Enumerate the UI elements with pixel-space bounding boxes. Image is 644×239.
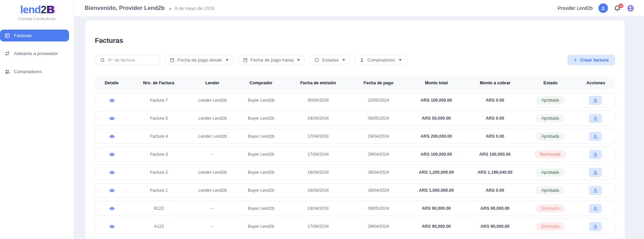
create-invoice-button[interactable]: + Crear factura xyxy=(567,55,615,65)
cell-total-amount: ARS 1,200,000.00 xyxy=(407,170,466,175)
user-avatar[interactable] xyxy=(598,3,608,13)
cell-payment-date: 29/04/2024 xyxy=(350,224,407,229)
cell-payment-date: 10/05/2024 xyxy=(350,98,407,103)
view-detail-button[interactable] xyxy=(108,205,116,212)
cell-invoice-number: Factura 3 xyxy=(129,152,189,157)
cell-issue-date: 24/04/2024 xyxy=(286,206,350,211)
eye-icon xyxy=(109,134,115,139)
table-row: A123--Buyer Lend2b17/04/202429/04/2024AR… xyxy=(95,219,615,234)
notifications-bell-icon[interactable]: 2 xyxy=(614,5,621,12)
calendar-icon xyxy=(243,57,248,63)
view-detail-button[interactable] xyxy=(108,115,116,122)
cell-invoice-number: Factura 1 xyxy=(129,188,189,193)
language-globe-icon[interactable] xyxy=(627,4,634,12)
download-invoice-button[interactable] xyxy=(589,168,602,177)
eye-icon xyxy=(109,98,115,103)
sidebar-item-facturas[interactable]: Facturas xyxy=(0,30,69,41)
invoice-search-input[interactable] xyxy=(108,57,155,63)
create-invoice-label: Crear factura xyxy=(580,57,609,63)
download-icon xyxy=(593,224,598,229)
breadcrumb-separator-icon: » xyxy=(169,5,171,11)
filter-states-dropdown[interactable]: Estados xyxy=(309,55,350,65)
download-icon xyxy=(593,206,598,211)
cell-invoice-number: Factura 5 xyxy=(129,116,189,121)
eye-icon xyxy=(109,116,115,121)
eye-icon xyxy=(109,188,115,193)
cell-lender: Lender Lend2b xyxy=(189,98,236,103)
cell-buyer: Buyer Lend2b xyxy=(236,170,286,175)
cell-total-amount: ARS 50,000.00 xyxy=(407,116,466,121)
column-header: Detalle xyxy=(95,81,129,85)
filter-buyers-dropdown[interactable]: Compradores xyxy=(354,55,407,65)
chevron-down-icon xyxy=(342,59,345,61)
cell-receivable-amount: ARS 100,000.00 xyxy=(465,152,524,157)
column-header: Lender xyxy=(189,81,236,85)
download-icon xyxy=(593,98,598,103)
cell-invoice-number: A123 xyxy=(129,224,189,229)
cell-total-amount: ARS 1,000,000.00 xyxy=(407,188,466,193)
cell-payment-date: 06/05/2024 xyxy=(350,116,407,121)
cell-buyer: Buyer Lend2b xyxy=(236,152,286,157)
view-detail-button[interactable] xyxy=(108,187,116,194)
status-badge: Aprobada xyxy=(536,96,564,104)
view-detail-button[interactable] xyxy=(108,169,116,176)
table-row: Factura 7Lender Lend2bBuyer Lend2b30/04/… xyxy=(95,93,615,108)
cell-buyer: Buyer Lend2b xyxy=(236,224,286,229)
cell-issue-date: 24/04/2024 xyxy=(286,116,350,121)
table-body: Factura 7Lender Lend2bBuyer Lend2b30/04/… xyxy=(95,93,615,234)
view-detail-button[interactable] xyxy=(108,151,116,158)
notification-badge: 2 xyxy=(618,3,623,8)
cell-invoice-number: Factura 4 xyxy=(129,134,189,139)
cell-total-amount: ARS 90,000.00 xyxy=(407,206,466,211)
eye-icon xyxy=(109,152,115,157)
download-icon xyxy=(593,116,598,121)
cell-issue-date: 16/04/2024 xyxy=(286,170,350,175)
eye-icon xyxy=(109,224,115,229)
cell-payment-date: 26/04/2024 xyxy=(350,188,407,193)
filter-label: Compradores xyxy=(367,57,395,63)
main-content: Facturas Fecha de pago desde Fecha de pa… xyxy=(74,16,644,239)
view-detail-button[interactable] xyxy=(108,223,116,230)
view-detail-button[interactable] xyxy=(108,97,116,104)
download-icon xyxy=(593,152,598,157)
cell-total-amount: ARS 100,000.00 xyxy=(407,152,466,157)
download-invoice-button[interactable] xyxy=(589,150,602,159)
sidebar-item-label: Compradores xyxy=(14,69,42,74)
invoice-search[interactable] xyxy=(95,55,160,65)
invoices-card: Facturas Fecha de pago desde Fecha de pa… xyxy=(85,20,625,239)
cell-lender: -- xyxy=(189,206,236,211)
download-icon xyxy=(593,134,598,139)
cell-receivable-amount: ARS 0.00 xyxy=(465,188,524,193)
cell-buyer: Buyer Lend2b xyxy=(236,116,286,121)
filter-date-from-dropdown[interactable]: Fecha de pago desde xyxy=(165,55,234,65)
cell-issue-date: 30/04/2024 xyxy=(286,98,350,103)
content-column: Bienvenido, Provider Lend2b » 8 de mayo … xyxy=(74,0,644,239)
brand-logo: lend2B xyxy=(0,4,74,15)
cell-receivable-amount: ARS 90,000.00 xyxy=(465,224,524,229)
cell-receivable-amount: ARS 1,199,040.00 xyxy=(465,170,524,175)
cell-payment-date: 29/04/2024 xyxy=(350,152,407,157)
status-badge: Aprobada xyxy=(536,132,564,140)
download-invoice-button[interactable] xyxy=(589,96,602,105)
logo-text-dark: 2 xyxy=(41,4,46,16)
download-invoice-button[interactable] xyxy=(589,186,602,195)
plus-icon: + xyxy=(574,57,577,63)
sidebar-item-adelanto-a-proveedor[interactable]: Adelanto a proveedor xyxy=(0,48,69,59)
download-invoice-button[interactable] xyxy=(589,114,602,123)
table-row: Factura 1Lender Lend2bBuyer Lend2b16/04/… xyxy=(95,183,615,198)
download-invoice-button[interactable] xyxy=(589,132,602,141)
cell-buyer: Buyer Lend2b xyxy=(236,188,286,193)
sidebar-item-compradores[interactable]: Compradores xyxy=(0,66,69,78)
sidebar-nav: FacturasAdelanto a proveedorCompradores xyxy=(0,30,74,78)
filter-date-to-dropdown[interactable]: Fecha de pago hasta xyxy=(238,55,305,65)
download-invoice-button[interactable] xyxy=(589,222,602,231)
status-badge: Declinada xyxy=(536,222,565,231)
cell-invoice-number: B123 xyxy=(129,206,189,211)
view-detail-button[interactable] xyxy=(108,133,116,140)
invoices-grid-icon xyxy=(4,33,10,38)
status-badge: Aprobada xyxy=(536,186,564,194)
sidebar-item-label: Facturas xyxy=(14,33,32,38)
current-date: 8 de mayo de 2024 xyxy=(175,6,215,11)
download-invoice-button[interactable] xyxy=(589,204,602,213)
brand-subtitle: Consola Cuenta Ancla xyxy=(0,17,74,21)
